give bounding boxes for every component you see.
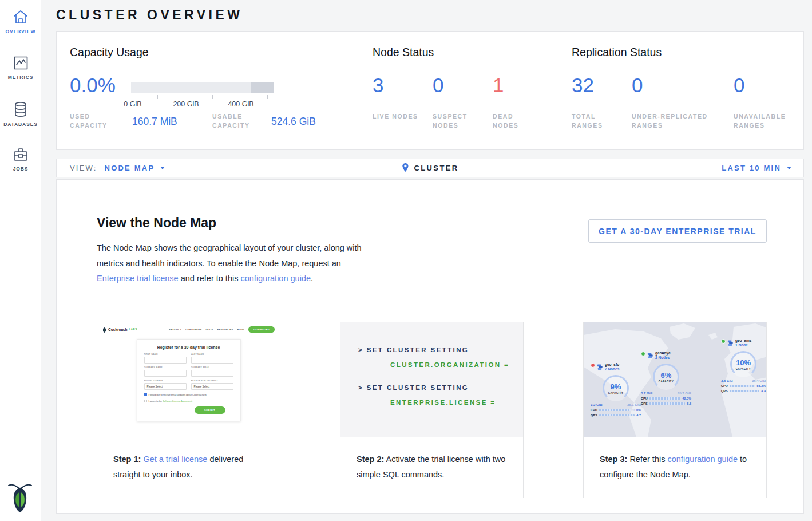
replication-status-title: Replication Status [572,46,662,59]
total-ranges-label: TOTAL RANGES [572,112,617,130]
view-selector-dropdown[interactable]: NODE MAP [105,164,165,172]
mini-nav-item: DOCS [205,328,213,331]
map-node-ams: geo=ams 1 Node 10% CAPACITY 3.6 GiB36.4 … [721,338,766,393]
step1-screenshot: Cockroach LABS PRODUCT CUSTOMERS DOCS RE… [97,322,280,437]
step3-card: geo=sfo 2 Nodes 9% CAPACITY 3.2 GiB35.1 … [583,322,767,498]
view-label: VIEW: [70,164,97,172]
description-text: and refer to this [181,274,239,283]
mini-checkbox-row: I would like to receive email updates ab… [144,393,233,396]
mini-select-field: Please Select [144,383,187,390]
suspect-nodes-value: 0 [433,74,443,97]
qps-bar [599,414,635,416]
mini-field-label: FIRST NAME [144,353,187,356]
mini-field-label: REASON FOR INTEREST [191,380,233,382]
configuration-guide-link[interactable]: configuration guide [667,455,738,464]
usable-capacity-value: 524.6 GiB [271,116,316,128]
axis-label-200: 200 GiB [173,100,199,108]
axis-label-0: 0 GiB [124,100,141,108]
mini-checkbox-checked [144,393,147,396]
enterprise-trial-license-link[interactable]: Enterprise trial license [97,274,179,283]
mini-site-nav: PRODUCT CUSTOMERS DOCS RESOURCES BLOG DO… [169,326,275,333]
used-capacity-value: 160.7 MiB [132,116,177,128]
node-count: 1 Node [735,343,751,348]
under-replicated-ranges-label: UNDER-REPLICATED RANGES [632,112,719,130]
mini-text-field [144,357,187,364]
locality-name: geo=ams [735,338,751,343]
mini-checkbox-unchecked [144,400,147,402]
mini-checkbox-label: I would like to receive email updates ab… [149,393,207,396]
sidebar-item-overview[interactable]: OVERVIEW [0,9,41,34]
live-nodes-value: 3 [373,74,383,97]
step3-node-map-preview: geo=sfo 2 Nodes 9% CAPACITY 3.2 GiB35.1 … [584,322,766,437]
mini-checkbox-label: I agree to the Software License Agreemen… [149,400,193,402]
status-dot-dead [591,363,595,368]
cpu-bar [730,385,755,387]
mini-form-title: Register for a 30-day trial license [144,345,233,349]
map-node-sfo: geo=sfo 2 Nodes 9% CAPACITY 3.2 GiB35.1 … [591,362,641,417]
node-map-panel: View the Node Map The Node Map shows the… [56,179,804,514]
unavailable-ranges-label: UNAVAILABLE RANGES [734,112,797,130]
dead-nodes-value: 1 [493,74,504,97]
node-stack-icon [647,351,653,361]
sidebar: OVERVIEW METRICS DATABASES [0,0,41,521]
mini-field-label: LAST NAME [191,353,233,356]
axis-label-400: 400 GiB [228,100,253,108]
step3-label: Step 3: [600,455,627,464]
axis-tick [130,95,130,99]
page-title: CLUSTER OVERVIEW [56,7,243,23]
chevron-down-icon [160,167,165,169]
time-range-dropdown[interactable]: LAST 10 MIN [722,159,791,177]
step2-card: > SET CLUSTER SETTING CLUSTER.ORGANIZATI… [340,322,524,498]
sidebar-item-databases[interactable]: DATABASES [0,101,41,127]
qps-bar [649,402,685,405]
capacity-bar-chart [131,82,274,93]
configuration-guide-link[interactable]: configuration guide [240,274,311,283]
mini-register-form: Register for a 30-day trial license FIRS… [137,339,241,421]
sidebar-item-metrics[interactable]: METRICS [0,56,41,80]
unavailable-ranges-value: 0 [734,74,744,97]
mini-site-header: Cockroach LABS PRODUCT CUSTOMERS DOCS RE… [97,322,280,333]
step1-caption: Step 1: Get a trial license delivered st… [97,437,280,482]
cpu-bar [599,409,631,411]
section-title: View the Node Map [97,215,216,231]
total-ranges-value: 32 [572,74,594,97]
axis-tick [212,95,213,99]
mini-text-field [191,357,233,364]
enterprise-trial-button[interactable]: GET A 30-DAY ENTERPRISE TRIAL [588,219,767,243]
sidebar-item-label: METRICS [8,74,34,80]
mini-text-field [144,370,187,377]
divider [97,303,767,303]
step2-caption: Step 2: Activate the trial license with … [340,437,523,482]
axis-tick [157,95,158,99]
step1-card: Cockroach LABS PRODUCT CUSTOMERS DOCS RE… [97,322,280,498]
get-trial-license-link[interactable]: Get a trial license [143,455,207,464]
metrics-icon [13,56,29,70]
usable-capacity-label: USABLE CAPACITY [212,112,264,130]
breadcrumb-cluster: CLUSTER [414,164,458,172]
locality-name: geo=nyc [655,351,671,356]
capacity-arc: 6% CAPACITY [653,364,679,390]
sidebar-item-label: OVERVIEW [6,29,36,34]
node-count: 2 Nodes [605,367,619,372]
sql-command: > SET CLUSTER SETTING [358,346,523,353]
map-node-nyc: geo=nyc 2 Nodes 6% CAPACITY 3.7 GiB65.7 … [641,351,691,405]
sidebar-item-jobs[interactable]: JOBS [0,147,41,172]
mini-nav-item: RESOURCES [217,328,233,331]
step2-label: Step 2: [357,455,384,464]
description-text: . [311,274,313,283]
node-stack-icon [597,362,603,373]
capacity-bar-segment [251,82,274,93]
mini-select-field: Please Select [191,383,233,390]
mini-download-button: DOWNLOAD [248,326,275,333]
steps-row: Cockroach LABS PRODUCT CUSTOMERS DOCS RE… [97,322,767,498]
time-range-value: LAST 10 MIN [722,164,781,172]
node-stack-icon [727,338,734,349]
sql-argument: CLUSTER.ORGANIZATION = [390,361,523,368]
suspect-nodes-label: SUSPECT NODES [433,112,478,130]
mini-nav-item: BLOG [237,328,244,331]
live-nodes-label: LIVE NODES [373,112,418,121]
mini-text-field [191,370,233,377]
step3-caption: Step 3: Refer this configuration guide t… [584,437,766,482]
node-status-title: Node Status [373,46,434,59]
step2-sql-snippet: > SET CLUSTER SETTING CLUSTER.ORGANIZATI… [340,322,523,437]
